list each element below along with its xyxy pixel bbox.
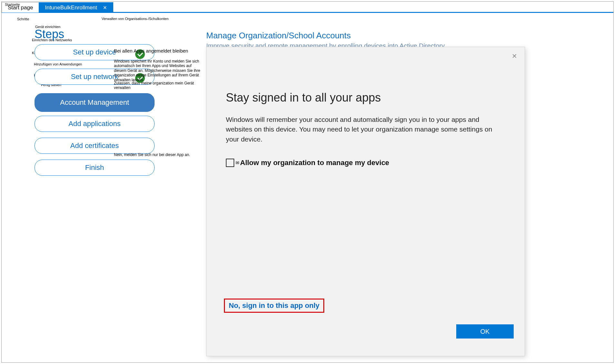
ok-button[interactable]: OK [456,324,514,339]
checkbox-label: Allow my organization to manage my devic… [240,159,389,167]
step-add-certificates[interactable]: Add certificates [35,138,155,154]
dialog-title: Stay signed in to all your apps [226,91,381,104]
step-label: Set up network [71,73,118,81]
highlighted-link-box: No, sign in to this app only [224,299,324,313]
de-schritte: Schritte [17,17,29,21]
dialog-body: Windows will remember your account and a… [226,115,503,144]
step-account-management[interactable]: Account Management [35,93,155,112]
step-label: Account Management [60,98,129,107]
page-title: Manage Organization/School Accounts [206,31,351,41]
step-label: Set up device [73,48,116,56]
de-start-label: Startseite [5,3,20,6]
step-add-applications[interactable]: Add applications [35,116,155,132]
de-dialog-link: Nein, melden Sie sich nur bei dieser App… [114,152,190,157]
ok-label: OK [480,328,490,335]
step-label: Finish [85,163,104,172]
allow-manage-checkbox-row[interactable]: ✉ Allow my organization to manage my dev… [226,159,389,167]
de-dialog-title: Bei allen Apps angemeldet bleiben [114,48,188,54]
tiny-icon: ✉ [236,160,239,165]
de-apps: Hinzufügen von Anwendungen [34,62,82,66]
checkbox-icon[interactable] [226,159,234,167]
de-main-heading: Verwalten von Organisations-/Schulkonten [102,17,168,21]
steps-heading: Steps [35,27,64,41]
signin-dialog: ✕ Stay signed in to all your apps Window… [206,47,525,356]
tab-intune-bulk-enrollment[interactable]: IntuneBulkEnrollment ✕ [39,2,113,13]
step-label: Add applications [68,120,120,128]
signin-app-only-link[interactable]: No, sign in to this app only [229,301,319,310]
step-finish[interactable]: Finish [35,160,155,176]
de-dialog-checkbox: Zulassen, dass meine organization mein G… [114,81,207,90]
close-icon[interactable]: ✕ [511,53,518,59]
de-dialog-body: Windows speichert Ihr Konto und melden S… [114,59,204,82]
tab-active-label: IntuneBulkEnrollment [45,5,97,11]
step-label: Add certificates [70,142,119,150]
close-icon[interactable]: ✕ [103,5,107,11]
